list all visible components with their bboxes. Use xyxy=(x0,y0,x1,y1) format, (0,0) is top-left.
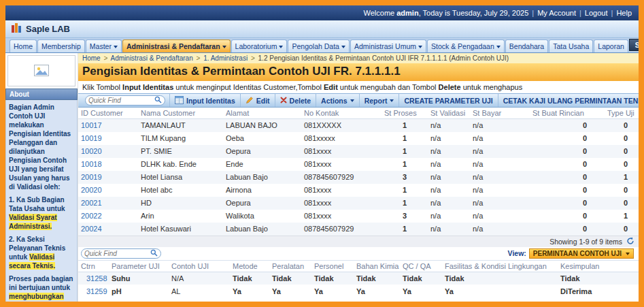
col-peralatan[interactable]: Peralatan xyxy=(269,261,311,272)
cell-st-validasi: n/a xyxy=(428,197,470,210)
table-row[interactable]: 20020 Hotel abc Airnona 081xxxx 1 n/a n/… xyxy=(78,184,639,197)
tab-bendahara[interactable]: Bendahara xyxy=(505,39,548,52)
col-type-uji[interactable]: Type Uji xyxy=(605,108,639,119)
tab-home[interactable]: Home xyxy=(10,39,37,52)
search-icon[interactable] xyxy=(154,96,162,105)
col-qc-qa[interactable]: QC / QA xyxy=(400,261,442,272)
site-image-box xyxy=(7,55,75,86)
breadcrumb-1-administrasi[interactable]: 1. Administrasi xyxy=(203,54,248,62)
chevron-down-icon xyxy=(496,46,501,48)
edit-button[interactable]: Edit xyxy=(241,94,275,107)
parameter-id-link[interactable]: 31259 xyxy=(86,287,107,295)
cell-type-uji: 0 xyxy=(605,158,639,171)
cell-kesimpulan: Tidak xyxy=(558,272,639,285)
table-row[interactable]: 20022 Arin Walikota 081xxxx 3 n/a n/a 0 … xyxy=(78,210,639,223)
cetak-kaji-ulang-button[interactable]: CETAK KAJI ULANG PERMINTAAN TENDER » FR … xyxy=(498,94,639,107)
tab-laboratorium[interactable]: Laboratorium xyxy=(231,39,288,52)
breadcrumb-separator: > xyxy=(251,54,255,62)
table-row[interactable]: 31259 pH AL Ya Ya Ya Ya Ya Ya DiTerima xyxy=(78,285,639,297)
my-account-link[interactable]: My Account xyxy=(537,9,576,17)
table-row[interactable]: 10018 DLHK kab. Ende Ende 081xxxx 1 n/a … xyxy=(78,158,639,171)
table-row[interactable]: 20019 Hotel Liansa Labuan Bajo 087845607… xyxy=(78,171,639,184)
tab-administrasi-umum[interactable]: Administrasi Umum xyxy=(350,39,426,52)
cell-alamat: Oepura xyxy=(223,197,301,210)
col-personel[interactable]: Personel xyxy=(311,261,354,272)
customer-id-link[interactable]: 10020 xyxy=(81,147,102,155)
breadcrumb-home[interactable]: Home xyxy=(82,54,101,62)
customer-id-link[interactable]: 10018 xyxy=(81,160,102,168)
customer-id-link[interactable]: 20020 xyxy=(81,186,102,194)
col-ctrn[interactable]: Ctrn xyxy=(78,261,109,272)
quick-find-input-2[interactable] xyxy=(84,250,147,257)
cell-nama-customer: HD xyxy=(138,197,223,210)
col-bahan-kimia[interactable]: Bahan Kimia xyxy=(354,261,400,272)
tab-stock-pengadaan[interactable]: Stock & Pengadaan xyxy=(427,39,505,52)
search-icon[interactable] xyxy=(150,249,158,258)
tab-laporan[interactable]: Laporan xyxy=(594,39,628,52)
col-st-bayar[interactable]: St Bayar xyxy=(470,108,530,119)
main-content: Home > Administrasi & Pendaftaran > 1. A… xyxy=(78,53,639,302)
customer-id-link[interactable]: 20019 xyxy=(81,173,102,181)
tab-administrasi-pendaftaran[interactable]: Administrasi & Pendaftaran xyxy=(122,39,231,52)
col-alamat[interactable]: Alamat xyxy=(223,108,301,119)
parameter-id-link[interactable]: 31258 xyxy=(86,274,107,282)
col-st-proses[interactable]: St Proses xyxy=(382,108,428,119)
table-row[interactable]: 20021 HD Oepura 081xxxx 1 n/a n/a 0 0 xyxy=(78,197,639,210)
quick-find-input[interactable] xyxy=(88,97,151,104)
table-row[interactable]: 31258 Suhu N/A Tidak Tidak Tidak Tidak T… xyxy=(78,272,639,285)
col-no-kontak[interactable]: No Kontak xyxy=(301,108,382,119)
col-st-validasi[interactable]: St Validasi xyxy=(428,108,470,119)
main-navigation: Home Membership Master Administrasi & Pe… xyxy=(5,38,639,53)
cell-st-validasi: n/a xyxy=(428,210,470,223)
tab-master[interactable]: Master xyxy=(86,39,122,52)
report-menu-button[interactable]: Report xyxy=(360,94,400,107)
col-st-buat-rincian[interactable]: St Buat Rincian xyxy=(530,108,605,119)
chevron-down-icon xyxy=(418,46,422,48)
table-row[interactable]: 10019 TILM Kupang Oeba 081xxxxx 1 n/a n/… xyxy=(78,132,639,145)
input-identitas-button[interactable]: Input Identitas xyxy=(170,94,241,107)
view-selector-permintaan[interactable]: PERMINTAAN CONTOH UJI xyxy=(529,248,634,259)
separator: | xyxy=(532,9,534,17)
tab-tata-usaha[interactable]: Tata Usaha xyxy=(549,39,593,52)
permintaan-table: Ctrn Parameter UJI Contoh UJI Metode Per… xyxy=(78,261,639,298)
cell-st-buat-rincian: 0 xyxy=(530,223,605,236)
cell-parameter-uji: Suhu xyxy=(109,272,169,285)
cell-st-bayar: n/a xyxy=(470,145,530,158)
customer-id-link[interactable]: 10017 xyxy=(81,121,102,129)
col-id-customer[interactable]: ID Customer xyxy=(78,108,138,119)
cell-no-kontak: 081xxxx xyxy=(301,184,382,197)
col-parameter-uji[interactable]: Parameter UJI xyxy=(109,261,169,272)
col-metode[interactable]: Metode xyxy=(230,261,269,272)
customer-id-link[interactable]: 20024 xyxy=(81,225,102,233)
col-contoh-uji[interactable]: Contoh UJI xyxy=(169,261,230,272)
help-link[interactable]: Help xyxy=(616,9,632,17)
breadcrumb: Home > Administrasi & Pendaftaran > 1. A… xyxy=(78,53,639,63)
customer-id-link[interactable]: 20022 xyxy=(81,212,102,220)
create-parameter-uji-button[interactable]: CREATE PARAMETER UJI xyxy=(399,94,498,107)
instruction-text: Klik Tombol Input Identitas untuk mengin… xyxy=(78,81,639,93)
actions-menu-button[interactable]: Actions xyxy=(316,94,360,107)
customer-id-link[interactable]: 20021 xyxy=(81,199,102,207)
refresh-icon[interactable] xyxy=(626,237,634,246)
breadcrumb-administrasi[interactable]: Administrasi & Pendaftaran xyxy=(111,54,193,62)
customer-id-link[interactable]: 10019 xyxy=(81,134,102,142)
chevron-down-icon xyxy=(222,46,226,48)
delete-button[interactable]: Delete xyxy=(275,94,317,107)
col-fasilitas-kondisi[interactable]: Fasilitas & Kondisi Lingkungan xyxy=(442,261,558,272)
cell-st-proses: 1 xyxy=(382,119,428,132)
cell-qc-qa: Tidak xyxy=(400,272,442,285)
tab-pengolah-data[interactable]: Pengolah Data xyxy=(288,39,349,52)
col-nama-customer[interactable]: Nama Customer xyxy=(138,108,223,119)
table-row[interactable]: 10017 TAMANLAUT LABUAN BAJO 081XXXXX 1 n… xyxy=(78,119,639,132)
table-row[interactable]: 20024 Hotel Kasuwari Labuan Bajo 0878456… xyxy=(78,223,639,236)
cell-st-bayar: n/a xyxy=(470,158,530,171)
tab-membership[interactable]: Membership xyxy=(37,39,85,52)
cell-nama-customer: DLHK kab. Ende xyxy=(138,158,223,171)
cell-st-proses: 1 xyxy=(382,145,428,158)
site-actions-button[interactable]: Site Actions xyxy=(629,39,639,51)
app-name: Saple LAB xyxy=(26,24,70,34)
table-row[interactable]: 10020 PT. SMIE Oepura 081xxxx 1 n/a n/a … xyxy=(78,145,639,158)
cell-st-buat-rincian: 0 xyxy=(530,158,605,171)
logout-link[interactable]: Logout xyxy=(585,9,608,17)
col-kesimpulan[interactable]: Kesimpulan xyxy=(558,261,639,272)
